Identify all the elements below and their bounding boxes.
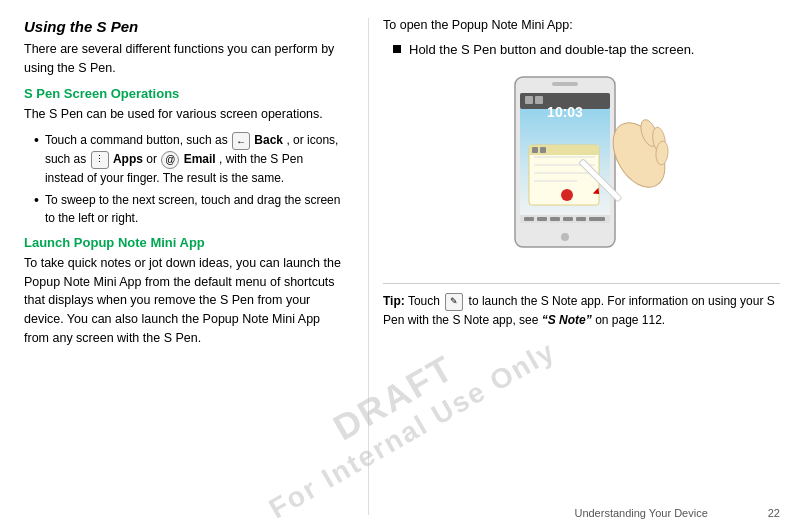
svg-rect-25 xyxy=(537,217,547,221)
phone-svg: 10:03 xyxy=(477,65,687,275)
bullet-dot: • xyxy=(34,131,39,151)
page-footer: Understanding Your Device 22 xyxy=(574,507,780,519)
square-bullet-icon xyxy=(393,45,401,53)
svg-rect-14 xyxy=(540,147,546,153)
email-icon: @ xyxy=(161,151,179,169)
svg-rect-24 xyxy=(524,217,534,221)
svg-rect-27 xyxy=(563,217,573,221)
list-item: • Touch a command button, such as ← Back… xyxy=(34,131,344,187)
page-heading: Using the S Pen xyxy=(24,18,344,35)
right-bullet-text: Hold the S Pen button and double-tap the… xyxy=(409,42,694,57)
tip-box: Tip: Touch ✎ to launch the S Note app. F… xyxy=(383,283,780,329)
snote-reference: “S Note” xyxy=(542,313,592,327)
phone-illustration: 10:03 xyxy=(477,65,687,275)
instruction-text: To open the Popup Note Mini App: xyxy=(383,18,780,32)
svg-point-15 xyxy=(561,189,573,201)
svg-rect-13 xyxy=(532,147,538,153)
intro-text: There are several different functions yo… xyxy=(24,40,344,78)
screen-operations-list: • Touch a command button, such as ← Back… xyxy=(34,131,344,227)
svg-rect-26 xyxy=(550,217,560,221)
bullet2-text: To sweep to the next screen, touch and d… xyxy=(45,191,344,227)
list-item: • To sweep to the next screen, touch and… xyxy=(34,191,344,227)
column-divider xyxy=(368,18,369,515)
section1-intro: The S Pen can be used for various screen… xyxy=(24,105,344,124)
bullet1-text: Touch a command button, such as ← Back ,… xyxy=(45,131,344,187)
right-bullet-item: Hold the S Pen button and double-tap the… xyxy=(393,42,780,57)
tip-label: Tip: xyxy=(383,294,405,308)
section2-heading: Launch Popup Note Mini App xyxy=(24,235,344,250)
tip-text-part1: Touch xyxy=(408,294,443,308)
svg-rect-30 xyxy=(552,82,578,86)
svg-rect-12 xyxy=(529,145,599,155)
tip-text-part3: on page 112. xyxy=(595,313,665,327)
svg-rect-29 xyxy=(589,217,605,221)
footer-page-number: 22 xyxy=(768,507,780,519)
apps-icon: ⋮ xyxy=(91,151,109,169)
section2-text: To take quick notes or jot down ideas, y… xyxy=(24,254,344,348)
snote-icon: ✎ xyxy=(445,293,463,311)
footer-section-label: Understanding Your Device xyxy=(574,507,707,519)
bullet-dot: • xyxy=(34,191,39,211)
svg-rect-28 xyxy=(576,217,586,221)
svg-point-22 xyxy=(561,233,569,241)
left-column: Using the S Pen There are several differ… xyxy=(24,18,364,515)
back-icon: ← xyxy=(232,132,250,150)
svg-text:10:03: 10:03 xyxy=(547,104,583,120)
section1-heading: S Pen Screen Operations xyxy=(24,86,344,101)
svg-rect-5 xyxy=(525,96,533,104)
svg-rect-6 xyxy=(535,96,543,104)
right-column: To open the Popup Note Mini App: Hold th… xyxy=(373,18,780,515)
